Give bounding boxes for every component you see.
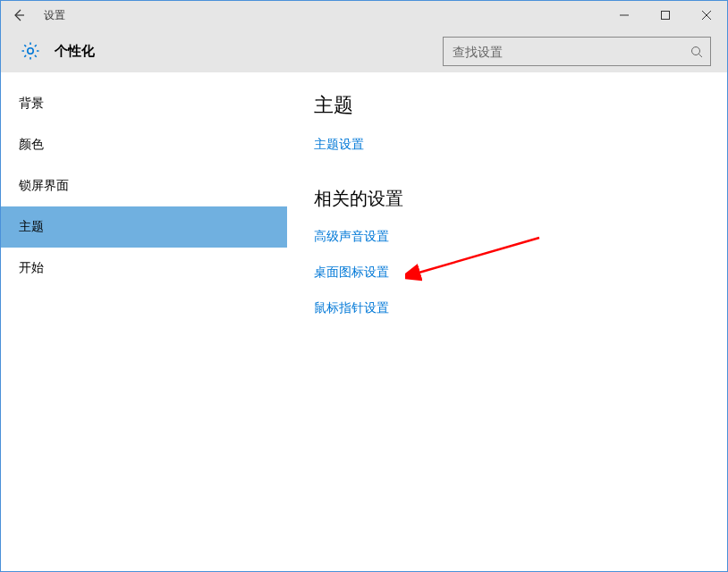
svg-point-2 xyxy=(692,46,700,55)
sidebar-item-label: 开始 xyxy=(19,260,44,276)
sidebar-item-label: 颜色 xyxy=(19,137,44,153)
svg-point-1 xyxy=(28,48,33,54)
link-desktop-icons[interactable]: 桌面图标设置 xyxy=(314,265,709,281)
gear-icon xyxy=(19,39,42,63)
window-title: 设置 xyxy=(44,8,65,23)
link-theme-settings[interactable]: 主题设置 xyxy=(314,137,709,153)
window-controls xyxy=(604,1,727,29)
svg-rect-0 xyxy=(662,12,670,20)
sidebar-item-lockscreen[interactable]: 锁屏界面 xyxy=(1,165,287,206)
sidebar-item-label: 背景 xyxy=(19,96,44,112)
close-button[interactable] xyxy=(686,1,727,29)
maximize-button[interactable] xyxy=(645,1,686,29)
titlebar: 设置 xyxy=(1,1,727,29)
main-panel: 主题 主题设置 相关的设置 高级声音设置 桌面图标设置 鼠标指针设置 xyxy=(287,72,727,571)
section-heading-related: 相关的设置 xyxy=(314,187,709,211)
link-advanced-sound[interactable]: 高级声音设置 xyxy=(314,229,709,245)
maximize-icon xyxy=(661,11,670,20)
sidebar-item-colors[interactable]: 颜色 xyxy=(1,124,287,165)
sidebar-item-label: 锁屏界面 xyxy=(19,178,69,194)
sidebar-item-background[interactable]: 背景 xyxy=(1,83,287,124)
sidebar-item-start[interactable]: 开始 xyxy=(1,248,287,289)
section-heading-themes: 主题 xyxy=(314,92,709,119)
search-box[interactable] xyxy=(443,37,711,66)
link-mouse-pointer[interactable]: 鼠标指针设置 xyxy=(314,300,709,316)
header: 个性化 xyxy=(1,29,727,72)
search-input[interactable] xyxy=(444,45,683,59)
sidebar-item-label: 主题 xyxy=(19,219,44,235)
minimize-icon xyxy=(620,11,629,20)
minimize-button[interactable] xyxy=(604,1,645,29)
sidebar-item-themes[interactable]: 主题 xyxy=(1,206,287,248)
back-arrow-icon xyxy=(12,8,26,22)
search-icon xyxy=(683,46,710,58)
close-icon xyxy=(702,11,711,20)
page-title: 个性化 xyxy=(55,43,95,60)
sidebar: 背景 颜色 锁屏界面 主题 开始 xyxy=(1,72,287,571)
content: 背景 颜色 锁屏界面 主题 开始 主题 主题设置 相关的设置 高级声音设置 桌面… xyxy=(1,72,727,571)
back-button[interactable] xyxy=(1,1,37,29)
